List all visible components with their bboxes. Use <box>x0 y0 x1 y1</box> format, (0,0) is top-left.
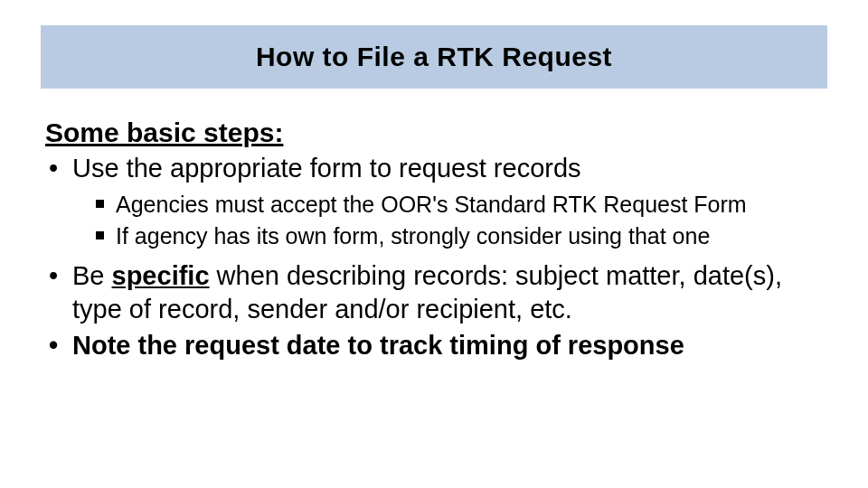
content-area: Some basic steps: Use the appropriate fo… <box>45 117 823 365</box>
slide-title: How to File a RTK Request <box>256 42 612 72</box>
sub-bullet-list: Agencies must accept the OOR's Standard … <box>92 190 823 250</box>
section-heading: Some basic steps: <box>45 117 823 148</box>
list-item: If agency has its own form, strongly con… <box>92 221 823 251</box>
bullet-text: Use the appropriate form to request reco… <box>72 154 581 183</box>
slide: How to File a RTK Request Some basic ste… <box>0 0 868 488</box>
bullet-text-emph: specific <box>112 261 210 290</box>
list-item: Be specific when describing records: sub… <box>45 259 823 325</box>
bullet-text: Agencies must accept the OOR's Standard … <box>116 192 747 217</box>
list-item: Agencies must accept the OOR's Standard … <box>92 190 823 220</box>
list-item: Use the appropriate form to request reco… <box>45 152 823 250</box>
bullet-text: If agency has its own form, strongly con… <box>116 223 710 249</box>
list-item: Note the request date to track timing of… <box>45 329 823 361</box>
bullet-text: Note the request date to track timing of… <box>72 331 684 360</box>
title-bar: How to File a RTK Request <box>41 25 827 89</box>
bullet-text-pre: Be <box>72 261 112 290</box>
bullet-list: Use the appropriate form to request reco… <box>45 152 823 361</box>
